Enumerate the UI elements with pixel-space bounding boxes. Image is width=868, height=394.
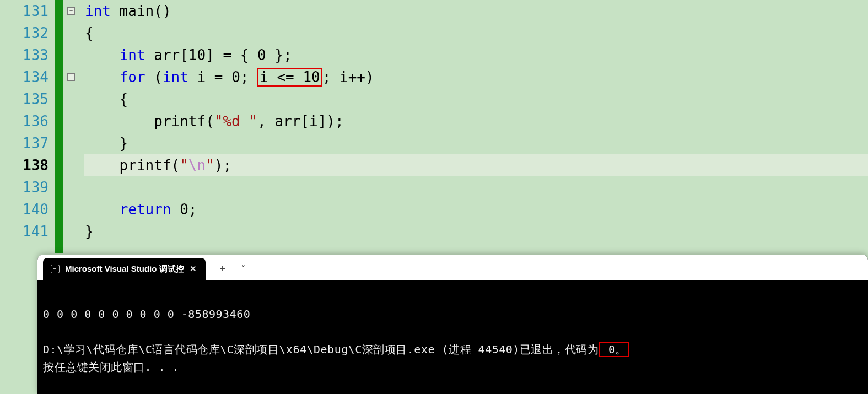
code-line: { bbox=[84, 88, 868, 110]
terminal-output[interactable]: 0 0 0 0 0 0 0 0 0 0 -858993460 D:\学习\代码仓… bbox=[37, 280, 868, 394]
fold-toggle-icon[interactable]: − bbox=[67, 73, 75, 81]
new-tab-button[interactable]: + bbox=[220, 263, 226, 275]
line-number: 135 bbox=[0, 88, 48, 110]
code-line-current: printf("\n"); bbox=[84, 154, 868, 176]
keyword-for: for bbox=[120, 69, 145, 85]
code-text: main() bbox=[111, 3, 171, 19]
code-line bbox=[84, 176, 868, 198]
code-text: printf( bbox=[85, 113, 214, 129]
code-text: ); bbox=[214, 157, 231, 174]
code-area[interactable]: int main() { int arr[10] = { 0 }; for (i… bbox=[84, 0, 868, 253]
keyword-int: int bbox=[163, 69, 188, 85]
line-number: 140 bbox=[0, 198, 48, 220]
close-icon[interactable]: ✕ bbox=[190, 264, 197, 274]
line-number-gutter: 131 132 133 134 135 136 137 138 139 140 … bbox=[0, 0, 55, 253]
code-line: return 0; bbox=[84, 198, 868, 220]
terminal-tab-title: Microsoft Visual Studio 调试控 bbox=[65, 264, 184, 274]
loop-condition: i <= 10 bbox=[260, 69, 320, 85]
string-quote: " bbox=[249, 113, 257, 129]
escape-sequence: \n bbox=[188, 157, 206, 174]
string-quote: " bbox=[180, 157, 188, 174]
string-quote: " bbox=[206, 157, 214, 174]
highlight-error-box: i <= 10 bbox=[257, 68, 322, 87]
indent bbox=[85, 47, 120, 63]
terminal-exit-line: D:\学习\代码仓库\C语言代码仓库\C深剖项目\x64\Debug\C深剖项目… bbox=[43, 343, 599, 356]
code-line: int main() bbox=[84, 0, 868, 22]
keyword-return: return bbox=[120, 201, 171, 218]
code-text: i = 0; bbox=[188, 69, 257, 85]
string-quote: " bbox=[214, 113, 223, 129]
code-text: ; i++) bbox=[322, 69, 374, 85]
brace-open: { bbox=[85, 25, 94, 41]
code-line: } bbox=[84, 132, 868, 154]
line-number: 132 bbox=[0, 22, 48, 44]
terminal-window: Microsoft Visual Studio 调试控 ✕ + ˅ 0 0 0 … bbox=[37, 255, 868, 394]
code-line: { bbox=[84, 22, 868, 44]
terminal-tab[interactable]: Microsoft Visual Studio 调试控 ✕ bbox=[43, 258, 206, 280]
terminal-output-line: 0 0 0 0 0 0 0 0 0 0 -858993460 bbox=[43, 307, 250, 321]
code-line: for (int i = 0; i <= 10; i++) bbox=[84, 66, 868, 88]
code-text: printf( bbox=[85, 157, 180, 174]
tabbar-controls: + ˅ bbox=[220, 258, 246, 280]
line-number: 134 bbox=[0, 66, 48, 88]
code-line: int arr[10] = { 0 }; bbox=[84, 44, 868, 66]
indent bbox=[85, 69, 120, 85]
fold-toggle-icon[interactable]: − bbox=[67, 7, 75, 15]
line-number: 139 bbox=[0, 176, 48, 198]
brace-open: { bbox=[85, 91, 128, 107]
line-number: 133 bbox=[0, 44, 48, 66]
keyword-int: int bbox=[120, 47, 145, 63]
terminal-prompt-line: 按任意键关闭此窗口. . . bbox=[43, 360, 179, 374]
brace-close: } bbox=[85, 135, 128, 152]
string-literal: %d bbox=[223, 113, 249, 129]
code-text: 0; bbox=[171, 201, 197, 218]
code-line: } bbox=[84, 220, 868, 242]
line-number: 136 bbox=[0, 110, 48, 132]
tab-dropdown-button[interactable]: ˅ bbox=[241, 263, 246, 275]
code-line: printf("%d ", arr[i]); bbox=[84, 110, 868, 132]
line-number: 141 bbox=[0, 220, 48, 242]
terminal-icon bbox=[51, 265, 60, 273]
code-text: ( bbox=[145, 69, 163, 85]
change-marker-bar bbox=[55, 0, 63, 253]
code-editor[interactable]: 131 132 133 134 135 136 137 138 139 140 … bbox=[0, 0, 868, 253]
fold-column: − − bbox=[63, 0, 84, 253]
highlight-exit-code: 0。 bbox=[599, 342, 629, 357]
exit-code: 0。 bbox=[601, 343, 627, 356]
code-text: arr[10] = { 0 }; bbox=[145, 47, 292, 63]
indent bbox=[85, 201, 120, 218]
brace-close: } bbox=[85, 223, 94, 240]
line-number-current: 138 bbox=[0, 154, 48, 176]
terminal-tabbar: Microsoft Visual Studio 调试控 ✕ + ˅ bbox=[37, 255, 868, 280]
cursor-icon bbox=[180, 362, 180, 374]
line-number: 137 bbox=[0, 132, 48, 154]
line-number: 131 bbox=[0, 0, 48, 22]
keyword-int: int bbox=[85, 3, 111, 19]
code-text: , arr[i]); bbox=[257, 113, 344, 129]
